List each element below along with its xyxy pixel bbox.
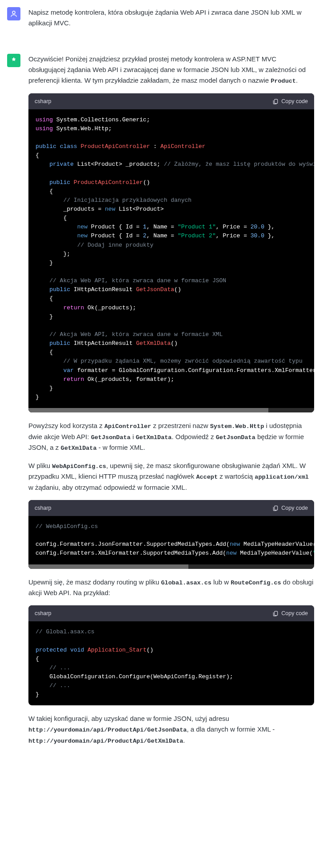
assistant-icon: [10, 56, 18, 64]
intro-paragraph: Oczywiście! Poniżej znajdziesz przykład …: [28, 54, 314, 86]
scrollbar-thumb[interactable]: [28, 408, 268, 412]
code-header: csharp Copy code: [28, 605, 314, 621]
user-content: Napisz metodę kontrolera, która obsługuj…: [28, 7, 314, 36]
paragraph-3: W pliku WebApiConfig.cs, upewnij się, że…: [28, 460, 314, 493]
clipboard-icon: [272, 505, 279, 511]
horizontal-scrollbar[interactable]: [28, 564, 314, 569]
code-pre: // WebApiConfig.cs config.Formatters.Jso…: [36, 522, 307, 558]
inline-code: http://yourdomain/api/ProductApi/GetJson…: [28, 727, 187, 733]
inline-code: GetJsonData: [91, 434, 131, 441]
inline-code: Global.asax.cs: [161, 580, 211, 586]
copy-code-button[interactable]: Copy code: [272, 97, 308, 106]
svg-point-0: [12, 11, 15, 14]
inline-code: GetXmlData: [136, 434, 171, 441]
inline-code-product: Product: [271, 78, 296, 84]
code-block-2: csharp Copy code // WebApiConfig.cs conf…: [28, 500, 314, 569]
code-lang-label: csharp: [35, 609, 52, 618]
assistant-message: Oczywiście! Poniżej znajdziesz przykład …: [0, 47, 323, 764]
svg-rect-1: [275, 99, 278, 103]
copy-code-button[interactable]: Copy code: [272, 504, 308, 512]
clipboard-icon: [272, 98, 279, 104]
inline-code: WebApiConfig.cs: [52, 463, 106, 470]
code-pre: // Global.asax.cs protected void Applica…: [36, 628, 307, 699]
code-lang-label: csharp: [35, 504, 52, 512]
code-block-1: csharp Copy code using System.Collection…: [28, 93, 314, 413]
inline-code: Accept: [196, 474, 218, 480]
assistant-content: Oczywiście! Poniżej znajdziesz przykład …: [28, 54, 314, 753]
user-avatar: [7, 7, 20, 20]
inline-code: GetJsonData: [216, 434, 255, 441]
code-block-3: csharp Copy code // Global.asax.cs prote…: [28, 605, 314, 705]
user-icon: [10, 10, 18, 18]
inline-code: RouteConfig.cs: [231, 580, 281, 586]
user-message: Napisz metodę kontrolera, która obsługuj…: [0, 0, 323, 47]
inline-code: ApiController: [104, 423, 151, 430]
inline-code: System.Web.Http: [210, 423, 264, 430]
assistant-avatar: [7, 54, 20, 67]
horizontal-scrollbar[interactable]: [28, 408, 314, 412]
user-text: Napisz metodę kontrolera, która obsługuj…: [28, 7, 314, 28]
svg-rect-3: [275, 612, 278, 616]
clipboard-icon: [272, 610, 279, 616]
scrollbar-thumb[interactable]: [28, 564, 188, 569]
inline-code: http://yourdomain/api/ProductApi/GetXmlD…: [28, 738, 183, 744]
code-body[interactable]: using System.Collections.Generic; using …: [28, 109, 314, 408]
paragraph-2: Powyższy kod korzysta z ApiController z …: [28, 420, 314, 453]
code-pre: using System.Collections.Generic; using …: [36, 116, 307, 402]
paragraph-5: W takiej konfiguracji, aby uzyskać dane …: [28, 713, 314, 746]
copy-code-button[interactable]: Copy code: [272, 609, 308, 618]
svg-rect-2: [275, 506, 278, 510]
inline-code: GetXmlData: [61, 445, 97, 452]
code-header: csharp Copy code: [28, 93, 314, 109]
paragraph-4: Upewnij się, że masz dodany routing w pl…: [28, 577, 314, 599]
code-header: csharp Copy code: [28, 500, 314, 516]
code-lang-label: csharp: [35, 97, 52, 106]
inline-code: application/xml: [255, 474, 309, 480]
code-body[interactable]: // WebApiConfig.cs config.Formatters.Jso…: [28, 516, 314, 564]
code-body[interactable]: // Global.asax.cs protected void Applica…: [28, 621, 314, 705]
